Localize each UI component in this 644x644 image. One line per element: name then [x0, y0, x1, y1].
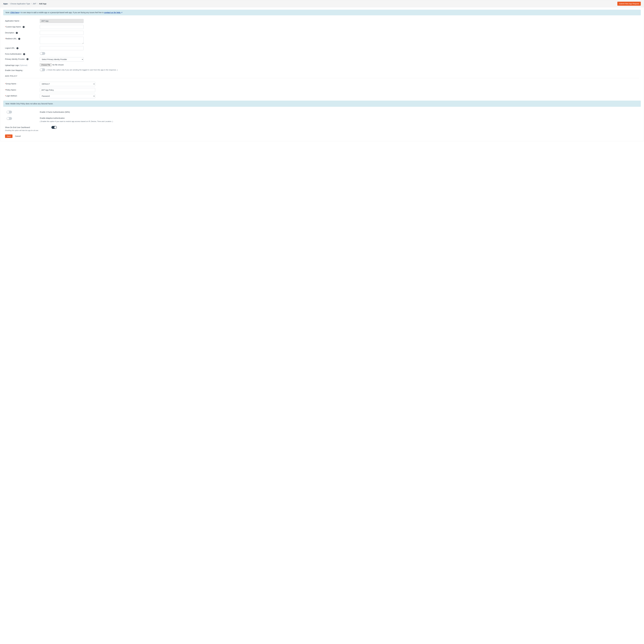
- label-force-auth: Force Authentication :: [5, 53, 22, 55]
- info-icon[interactable]: i: [23, 26, 25, 28]
- label-logout-url: Logout-URL :: [5, 47, 16, 49]
- cancel-link[interactable]: Cancel: [15, 135, 21, 137]
- force-auth-toggle[interactable]: [40, 52, 45, 55]
- save-button[interactable]: Save: [5, 134, 12, 138]
- primary-idp-select[interactable]: Select Primary Identity Provider: [40, 57, 84, 62]
- login-method-select[interactable]: Password: [40, 94, 95, 98]
- row-policy-name: *Policy Name :: [5, 88, 639, 92]
- label-redirect-url: Redirect-URL :: [6, 38, 18, 40]
- label-group-name: Group Name :: [6, 83, 17, 85]
- label-application-name: Application Name :: [5, 19, 40, 22]
- note-link-contact[interactable]: contact us for help.: [104, 11, 122, 14]
- row-adaptive: Enable Adaptive Authentication ( Enable …: [5, 117, 639, 122]
- page-container: Apps / Choose Application Type / JWT / A…: [0, 0, 644, 141]
- label-adaptive: Enable Adaptive Authentication: [40, 117, 639, 119]
- policy-name-input[interactable]: [40, 88, 95, 92]
- external-link-icon: [121, 12, 122, 13]
- form-actions: Save Cancel: [5, 134, 639, 138]
- info-icon[interactable]: i: [16, 47, 18, 49]
- row-redirect-url: *Redirect-URL : i: [5, 37, 639, 44]
- breadcrumb-sep: /: [31, 3, 32, 5]
- policy-note: Note: Mobile Only Policy does not allow …: [3, 101, 641, 107]
- note-mid: to see steps to add a mobile app or a ja…: [21, 11, 104, 14]
- label-custom-app-name: Custom App Name :: [6, 26, 22, 28]
- user-mapping-note: ( Check this option only if you are send…: [46, 69, 118, 71]
- breadcrumb-choose-type[interactable]: Choose Application Type: [10, 3, 30, 5]
- application-name-display: JWT App: [40, 19, 84, 23]
- info-icon[interactable]: i: [16, 32, 18, 34]
- row-description: Description : i: [5, 31, 639, 35]
- breadcrumb: Apps / Choose Application Type / JWT / A…: [3, 3, 46, 5]
- row-group-name: *Group Name : DEFAULT: [5, 82, 639, 86]
- optional-marker: (Optional):: [19, 64, 28, 66]
- breadcrumb-apps[interactable]: Apps: [3, 3, 8, 5]
- row-application-name: Application Name : JWT App: [5, 19, 639, 23]
- row-logout-url: Logout-URL : i: [5, 46, 639, 50]
- mfa-toggle[interactable]: [7, 111, 12, 113]
- row-mfa: Enable 2-Factor Authentication (MFA): [5, 111, 639, 113]
- note-link-click-here[interactable]: Click here: [10, 11, 21, 14]
- row-force-auth: Force Authentication : i: [5, 52, 639, 55]
- policy-toggles: Enable 2-Factor Authentication (MFA) Ena…: [3, 111, 641, 138]
- breadcrumb-sep: /: [37, 3, 38, 5]
- label-upload-logo: Upload App Logo: [5, 64, 19, 66]
- label-login-method: Login Method :: [6, 95, 18, 97]
- choose-file-button[interactable]: Choose File: [40, 63, 52, 66]
- panel: Note: Click here to see steps to add a m…: [0, 7, 644, 141]
- label-enable-user-mapping: Enable User Mapping :: [5, 68, 40, 72]
- row-custom-app-name: *Custom App Name : i: [5, 25, 639, 29]
- label-show-dashboard: Show On End User Dashboard:: [5, 126, 51, 128]
- redirect-url-textarea[interactable]: [40, 37, 84, 44]
- row-primary-idp: Primary Identity Provider : i Select Pri…: [5, 57, 639, 62]
- form: Application Name : JWT App *Custom App N…: [3, 19, 641, 98]
- adaptive-note: ( Enable this option if you want to rest…: [40, 120, 639, 122]
- submit-new-app-button[interactable]: Submit New App Request: [617, 2, 641, 6]
- group-name-select[interactable]: DEFAULT: [40, 82, 95, 86]
- description-input[interactable]: [40, 31, 84, 35]
- divider: [5, 78, 639, 78]
- section-add-policy: ADD POLICY: [5, 75, 639, 77]
- breadcrumb-sep: /: [9, 3, 9, 5]
- show-dashboard-toggle[interactable]: [51, 126, 57, 129]
- show-dashboard-note: Disabling this option will hide this app…: [5, 130, 639, 131]
- label-policy-name: Policy Name :: [6, 89, 17, 91]
- info-icon[interactable]: i: [23, 53, 25, 55]
- info-icon[interactable]: i: [18, 38, 20, 40]
- logout-url-input[interactable]: [40, 46, 84, 50]
- user-mapping-toggle[interactable]: [40, 68, 45, 71]
- row-login-method: *Login Method : Password: [5, 94, 639, 98]
- topbar: Apps / Choose Application Type / JWT / A…: [0, 0, 644, 7]
- info-icon[interactable]: i: [27, 58, 28, 60]
- adaptive-toggle[interactable]: [7, 117, 12, 120]
- label-primary-idp: Primary Identity Provider :: [5, 58, 26, 60]
- label-mfa: Enable 2-Factor Authentication (MFA): [40, 111, 639, 113]
- external-link-icon: [19, 12, 21, 13]
- row-upload-logo: Upload App Logo (Optional): Choose File …: [5, 63, 639, 67]
- breadcrumb-jwt[interactable]: JWT: [33, 3, 36, 5]
- breadcrumb-current: Add App: [39, 3, 46, 5]
- row-show-dashboard: Show On End User Dashboard:: [5, 126, 639, 129]
- note-prefix: Note:: [6, 11, 10, 14]
- custom-app-name-input[interactable]: [40, 25, 84, 29]
- info-note: Note: Click here to see steps to add a m…: [3, 10, 641, 15]
- label-description: Description :: [5, 32, 15, 34]
- row-enable-user-mapping: Enable User Mapping : ( Check this optio…: [5, 68, 639, 72]
- file-chosen-status: No file chosen: [52, 64, 64, 66]
